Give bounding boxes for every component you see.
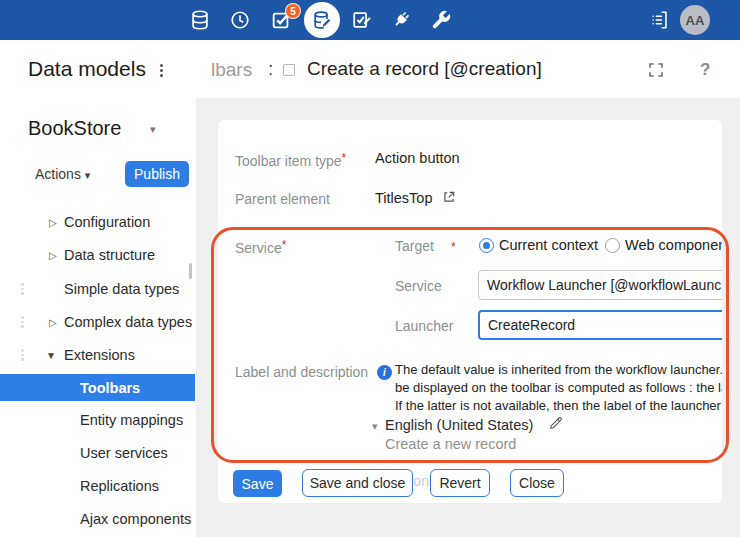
field-label-target: Target	[395, 238, 434, 254]
help-icon[interactable]: ?	[700, 60, 710, 80]
radio-label-current-context[interactable]: Current context	[499, 237, 598, 253]
external-link-icon[interactable]	[442, 190, 456, 204]
top-navigation-bar: 5	[0, 0, 740, 40]
notification-badge: 5	[285, 3, 301, 19]
save-button[interactable]: Save	[233, 470, 282, 497]
tree-item-ajax-components[interactable]: Ajax components	[80, 511, 191, 527]
revert-button[interactable]: Revert	[430, 469, 490, 497]
required-asterisk: *	[451, 240, 456, 254]
tree-item-label: Toolbars	[0, 380, 140, 396]
required-asterisk: *	[342, 151, 347, 165]
model-dropdown-caret-icon[interactable]: ▾	[150, 123, 156, 136]
expand-arrow-icon[interactable]: ▷	[49, 250, 57, 261]
field-label-service: Service*	[235, 238, 286, 256]
radio-label-web-component[interactable]: Web component	[625, 237, 722, 253]
actions-caret-icon: ▾	[85, 169, 91, 181]
drag-handle[interactable]	[21, 314, 24, 330]
toolbar-item-form-panel: Toolbar item type* Action button Parent …	[218, 120, 722, 503]
model-name: BookStore	[28, 117, 121, 140]
field-label-toolbar-item-type: Toolbar item type*	[235, 151, 346, 169]
record-title: Create a record [@creation]	[307, 58, 542, 80]
breadcrumb[interactable]: lbars	[211, 59, 252, 81]
label-text: Toolbar item type	[235, 153, 342, 169]
tree-item-user-services[interactable]: User services	[80, 445, 168, 461]
translated-label-value: Create a new record	[385, 436, 516, 452]
service-input[interactable]	[478, 270, 722, 300]
field-label-label-description: Label and description	[235, 364, 368, 380]
forms-edit-icon[interactable]	[351, 9, 373, 31]
collapse-arrow-icon[interactable]: ▼	[46, 350, 56, 361]
page-title: Data models	[28, 57, 146, 81]
field-label-service-picker: Service	[395, 278, 442, 294]
info-icon: i	[377, 365, 392, 380]
field-value-toolbar-item-type: Action button	[375, 150, 460, 166]
wrench-icon[interactable]	[430, 9, 452, 31]
record-select-checkbox[interactable]	[283, 64, 295, 76]
tree-item-toolbars-selected[interactable]: Toolbars	[0, 374, 195, 401]
actions-label: Actions	[35, 166, 81, 182]
tree-item-data-structure[interactable]: Data structure	[64, 247, 155, 263]
drag-handle[interactable]	[21, 347, 24, 363]
drag-handle[interactable]	[21, 281, 24, 297]
required-asterisk: *	[282, 238, 287, 252]
plug-icon[interactable]	[390, 9, 412, 31]
tree-item-replications[interactable]: Replications	[80, 478, 159, 494]
edit-pencil-icon[interactable]	[548, 415, 564, 431]
radio-current-context[interactable]	[479, 238, 494, 253]
console-log-icon[interactable]	[649, 9, 671, 31]
language-label[interactable]: English (United States)	[385, 417, 533, 433]
avatar[interactable]: AA	[680, 5, 710, 35]
database-icon[interactable]	[189, 9, 211, 31]
save-and-close-button[interactable]: Save and close	[302, 469, 413, 497]
tree-item-complex-data-types[interactable]: Complex data types	[64, 314, 192, 330]
actions-dropdown[interactable]: Actions ▾	[35, 166, 90, 182]
info-text-line: If the latter is not available, then the…	[395, 398, 722, 413]
tree-item-entity-mappings[interactable]: Entity mappings	[80, 412, 183, 428]
label-text: Service	[235, 240, 282, 256]
expand-arrow-icon[interactable]: ▷	[49, 217, 57, 228]
publish-button[interactable]: Publish	[125, 161, 189, 187]
fullscreen-icon[interactable]	[647, 61, 665, 79]
info-text-line: The default value is inherited from the …	[395, 362, 722, 377]
sidebar-scrollbar[interactable]	[189, 263, 192, 279]
tree-item-extensions[interactable]: Extensions	[64, 347, 135, 363]
field-label-launcher: Launcher	[395, 318, 453, 334]
field-value-parent-element: TitlesTop	[375, 190, 432, 206]
modeler-active-icon[interactable]	[311, 9, 333, 31]
tree-item-simple-data-types[interactable]: Simple data types	[64, 281, 179, 297]
expand-arrow-icon[interactable]: ▷	[49, 317, 57, 328]
kebab-menu-icon[interactable]	[160, 62, 163, 79]
clock-icon[interactable]	[229, 9, 251, 31]
info-text-line: be displayed on the toolbar is computed …	[395, 380, 722, 395]
launcher-input[interactable]	[478, 310, 722, 340]
tree-item-configuration[interactable]: Configuration	[64, 214, 150, 230]
close-button[interactable]: Close	[510, 469, 564, 497]
radio-web-component[interactable]	[605, 238, 620, 253]
breadcrumb-separator: :	[268, 58, 273, 80]
field-label-parent-element: Parent element	[235, 191, 330, 207]
language-collapse-icon[interactable]: ▾	[372, 420, 378, 433]
